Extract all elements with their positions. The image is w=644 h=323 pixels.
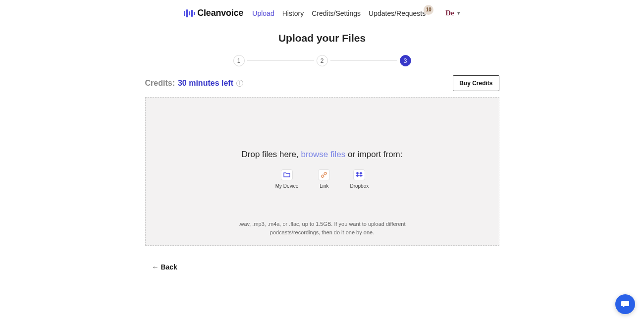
- dropzone-text: Drop files here, browse files or import …: [241, 150, 402, 160]
- source-link[interactable]: Link: [318, 169, 330, 189]
- folder-icon: [281, 169, 293, 180]
- credits-value: 30 minutes left: [178, 79, 233, 88]
- page-title: Upload your Files: [145, 32, 499, 44]
- credits-label: Credits:: [145, 79, 175, 88]
- source-label: My Device: [275, 183, 299, 189]
- step-2[interactable]: 2: [317, 55, 328, 66]
- link-icon: [318, 169, 330, 180]
- logo[interactable]: Cleanvoice: [184, 8, 243, 18]
- stepper: 1 2 3: [145, 55, 499, 66]
- logo-text: Cleanvoice: [197, 8, 243, 18]
- step-3[interactable]: 3: [400, 55, 411, 66]
- source-label: Dropbox: [350, 183, 369, 189]
- dropzone-prefix: Drop files here,: [241, 150, 301, 159]
- import-sources: My Device Link Dropbox: [275, 169, 369, 189]
- dropzone[interactable]: Drop files here, browse files or import …: [145, 97, 499, 246]
- header: Cleanvoice Upload History Credits/Settin…: [0, 0, 644, 25]
- step-1[interactable]: 1: [233, 55, 245, 66]
- nav-upload[interactable]: Upload: [252, 9, 274, 17]
- buy-credits-button[interactable]: Buy Credits: [453, 75, 499, 91]
- step-line: [247, 60, 314, 61]
- step-line: [330, 60, 397, 61]
- logo-bars-icon: [184, 9, 195, 17]
- chevron-down-icon: ▾: [457, 10, 460, 16]
- browse-files-link[interactable]: browse files: [301, 150, 345, 159]
- chat-button[interactable]: [615, 294, 635, 314]
- credits-display: Credits: 30 minutes left i: [145, 79, 243, 88]
- chat-icon: [620, 299, 630, 309]
- nav-credits-settings[interactable]: Credits/Settings: [312, 9, 361, 17]
- notification-badge: 10: [424, 5, 433, 15]
- source-label: Link: [320, 183, 328, 189]
- user-menu[interactable]: De ▾: [445, 9, 460, 17]
- nav-updates-requests[interactable]: Updates/Requests: [369, 9, 426, 17]
- nav-menu: Upload History Credits/Settings Updates/…: [252, 9, 426, 18]
- user-avatar-label: De: [445, 9, 454, 17]
- info-icon[interactable]: i: [236, 80, 243, 87]
- dropbox-icon: [353, 169, 365, 180]
- back-link[interactable]: ← Back: [152, 263, 177, 271]
- source-my-device[interactable]: My Device: [275, 169, 299, 189]
- source-dropbox[interactable]: Dropbox: [350, 169, 369, 189]
- nav-history[interactable]: History: [282, 9, 304, 17]
- dropzone-suffix: or import from:: [345, 150, 402, 159]
- dropzone-hint: .wav, .mp3, .m4a, or .flac, up to 1.5GB.…: [223, 220, 421, 236]
